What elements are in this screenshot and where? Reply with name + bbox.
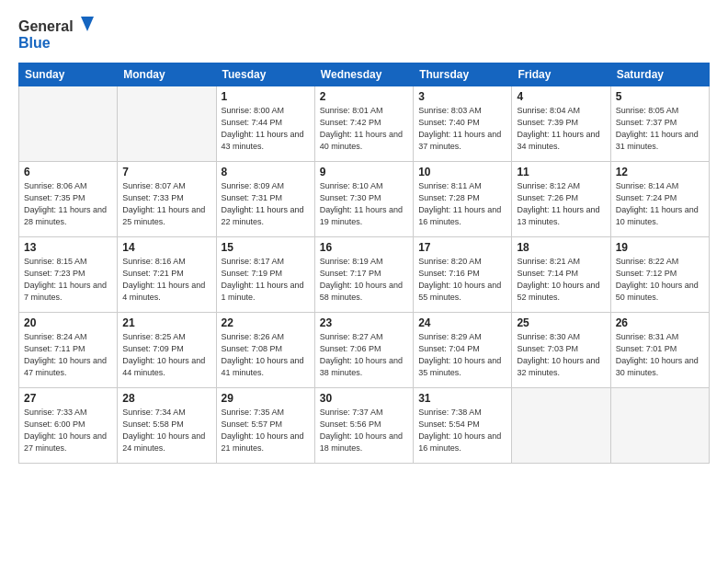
day-header-tuesday: Tuesday	[216, 63, 314, 86]
day-number: 3	[418, 90, 506, 103]
cell-info: Sunrise: 7:35 AM Sunset: 5:57 PM Dayligh…	[222, 407, 310, 454]
day-number: 11	[517, 166, 605, 178]
calendar-cell: 13Sunrise: 8:15 AM Sunset: 7:23 PM Dayli…	[19, 237, 118, 313]
calendar-cell: 28Sunrise: 7:34 AM Sunset: 5:58 PM Dayli…	[118, 388, 216, 464]
cell-info: Sunrise: 8:31 AM Sunset: 7:01 PM Dayligh…	[616, 331, 704, 379]
day-number: 15	[222, 241, 310, 254]
day-number: 18	[517, 241, 605, 254]
cell-info: Sunrise: 8:29 AM Sunset: 7:04 PM Dayligh…	[418, 331, 506, 379]
day-number: 19	[616, 241, 704, 254]
cell-info: Sunrise: 7:34 AM Sunset: 5:58 PM Dayligh…	[122, 407, 210, 454]
cell-info: Sunrise: 8:22 AM Sunset: 7:12 PM Dayligh…	[616, 256, 704, 304]
calendar-cell: 21Sunrise: 8:25 AM Sunset: 7:09 PM Dayli…	[118, 313, 216, 388]
page: GeneralBlue SundayMondayTuesdayWednesday…	[0, 0, 728, 563]
cell-info: Sunrise: 7:37 AM Sunset: 5:56 PM Dayligh…	[320, 407, 408, 454]
calendar-cell: 20Sunrise: 8:24 AM Sunset: 7:11 PM Dayli…	[19, 313, 118, 388]
cell-info: Sunrise: 7:38 AM Sunset: 5:54 PM Dayligh…	[418, 407, 506, 454]
calendar-cell: 5Sunrise: 8:05 AM Sunset: 7:37 PM Daylig…	[610, 86, 709, 162]
calendar-cell: 19Sunrise: 8:22 AM Sunset: 7:12 PM Dayli…	[610, 237, 709, 313]
logo: GeneralBlue	[18, 15, 101, 53]
calendar-week-row: 27Sunrise: 7:33 AM Sunset: 6:00 PM Dayli…	[19, 388, 710, 464]
calendar-cell: 8Sunrise: 8:09 AM Sunset: 7:31 PM Daylig…	[216, 162, 314, 237]
day-header-monday: Monday	[118, 63, 216, 86]
logo-icon: GeneralBlue	[18, 15, 101, 53]
day-number: 17	[418, 241, 506, 254]
day-number: 23	[320, 316, 408, 329]
calendar-cell: 17Sunrise: 8:20 AM Sunset: 7:16 PM Dayli…	[414, 237, 512, 313]
cell-info: Sunrise: 8:00 AM Sunset: 7:44 PM Dayligh…	[222, 105, 310, 153]
cell-info: Sunrise: 8:20 AM Sunset: 7:16 PM Dayligh…	[418, 256, 506, 304]
day-number: 27	[24, 392, 112, 405]
day-header-saturday: Saturday	[610, 63, 709, 86]
day-number: 6	[24, 166, 112, 178]
calendar-cell: 25Sunrise: 8:30 AM Sunset: 7:03 PM Dayli…	[512, 313, 610, 388]
day-header-wednesday: Wednesday	[314, 63, 413, 86]
calendar-cell: 2Sunrise: 8:01 AM Sunset: 7:42 PM Daylig…	[314, 86, 413, 162]
cell-info: Sunrise: 8:17 AM Sunset: 7:19 PM Dayligh…	[222, 256, 310, 304]
calendar-cell: 26Sunrise: 8:31 AM Sunset: 7:01 PM Dayli…	[610, 313, 709, 388]
calendar-cell: 30Sunrise: 7:37 AM Sunset: 5:56 PM Dayli…	[314, 388, 413, 464]
day-number: 29	[222, 392, 310, 405]
calendar-cell: 27Sunrise: 7:33 AM Sunset: 6:00 PM Dayli…	[19, 388, 118, 464]
day-number: 16	[320, 241, 408, 254]
day-number: 8	[222, 166, 310, 178]
calendar-week-row: 13Sunrise: 8:15 AM Sunset: 7:23 PM Dayli…	[19, 237, 710, 313]
day-number: 30	[320, 392, 408, 405]
calendar-cell: 24Sunrise: 8:29 AM Sunset: 7:04 PM Dayli…	[414, 313, 512, 388]
cell-info: Sunrise: 8:06 AM Sunset: 7:35 PM Dayligh…	[24, 180, 112, 228]
cell-info: Sunrise: 8:27 AM Sunset: 7:06 PM Dayligh…	[320, 331, 408, 379]
day-number: 21	[122, 316, 210, 329]
day-number: 28	[122, 392, 210, 405]
calendar-week-row: 20Sunrise: 8:24 AM Sunset: 7:11 PM Dayli…	[19, 313, 710, 388]
calendar-week-row: 1Sunrise: 8:00 AM Sunset: 7:44 PM Daylig…	[19, 86, 710, 162]
calendar-cell: 6Sunrise: 8:06 AM Sunset: 7:35 PM Daylig…	[19, 162, 118, 237]
day-header-friday: Friday	[512, 63, 610, 86]
cell-info: Sunrise: 8:10 AM Sunset: 7:30 PM Dayligh…	[320, 180, 408, 228]
header: GeneralBlue	[18, 15, 710, 53]
calendar-cell: 15Sunrise: 8:17 AM Sunset: 7:19 PM Dayli…	[216, 237, 314, 313]
calendar-header-row: SundayMondayTuesdayWednesdayThursdayFrid…	[19, 63, 710, 86]
cell-info: Sunrise: 8:14 AM Sunset: 7:24 PM Dayligh…	[616, 180, 704, 228]
day-number: 22	[222, 316, 310, 329]
day-number: 10	[418, 166, 506, 178]
calendar-cell: 11Sunrise: 8:12 AM Sunset: 7:26 PM Dayli…	[512, 162, 610, 237]
calendar-cell	[512, 388, 610, 464]
day-number: 14	[122, 241, 210, 254]
calendar-cell: 14Sunrise: 8:16 AM Sunset: 7:21 PM Dayli…	[118, 237, 216, 313]
cell-info: Sunrise: 8:11 AM Sunset: 7:28 PM Dayligh…	[418, 180, 506, 228]
day-number: 13	[24, 241, 112, 254]
calendar-cell	[19, 86, 118, 162]
cell-info: Sunrise: 8:05 AM Sunset: 7:37 PM Dayligh…	[616, 105, 704, 153]
cell-info: Sunrise: 8:30 AM Sunset: 7:03 PM Dayligh…	[517, 331, 605, 379]
calendar-table: SundayMondayTuesdayWednesdayThursdayFrid…	[18, 63, 710, 464]
svg-text:Blue: Blue	[18, 35, 51, 51]
cell-info: Sunrise: 8:19 AM Sunset: 7:17 PM Dayligh…	[320, 256, 408, 304]
cell-info: Sunrise: 8:26 AM Sunset: 7:08 PM Dayligh…	[222, 331, 310, 379]
calendar-cell: 31Sunrise: 7:38 AM Sunset: 5:54 PM Dayli…	[414, 388, 512, 464]
calendar-cell: 23Sunrise: 8:27 AM Sunset: 7:06 PM Dayli…	[314, 313, 413, 388]
cell-info: Sunrise: 7:33 AM Sunset: 6:00 PM Dayligh…	[24, 407, 112, 454]
day-number: 20	[24, 316, 112, 329]
day-number: 26	[616, 316, 704, 329]
day-number: 1	[222, 90, 310, 103]
calendar-cell: 10Sunrise: 8:11 AM Sunset: 7:28 PM Dayli…	[414, 162, 512, 237]
calendar-cell: 7Sunrise: 8:07 AM Sunset: 7:33 PM Daylig…	[118, 162, 216, 237]
day-number: 9	[320, 166, 408, 178]
cell-info: Sunrise: 8:25 AM Sunset: 7:09 PM Dayligh…	[122, 331, 210, 379]
day-number: 2	[320, 90, 408, 103]
day-number: 12	[616, 166, 704, 178]
day-header-thursday: Thursday	[414, 63, 512, 86]
day-number: 31	[418, 392, 506, 405]
calendar-cell: 16Sunrise: 8:19 AM Sunset: 7:17 PM Dayli…	[314, 237, 413, 313]
day-header-sunday: Sunday	[19, 63, 118, 86]
calendar-week-row: 6Sunrise: 8:06 AM Sunset: 7:35 PM Daylig…	[19, 162, 710, 237]
cell-info: Sunrise: 8:15 AM Sunset: 7:23 PM Dayligh…	[24, 256, 112, 304]
cell-info: Sunrise: 8:09 AM Sunset: 7:31 PM Dayligh…	[222, 180, 310, 228]
cell-info: Sunrise: 8:24 AM Sunset: 7:11 PM Dayligh…	[24, 331, 112, 379]
svg-text:General: General	[18, 18, 74, 34]
calendar-cell: 1Sunrise: 8:00 AM Sunset: 7:44 PM Daylig…	[216, 86, 314, 162]
cell-info: Sunrise: 8:04 AM Sunset: 7:39 PM Dayligh…	[517, 105, 605, 153]
calendar-cell: 22Sunrise: 8:26 AM Sunset: 7:08 PM Dayli…	[216, 313, 314, 388]
cell-info: Sunrise: 8:12 AM Sunset: 7:26 PM Dayligh…	[517, 180, 605, 228]
calendar-cell: 12Sunrise: 8:14 AM Sunset: 7:24 PM Dayli…	[610, 162, 709, 237]
